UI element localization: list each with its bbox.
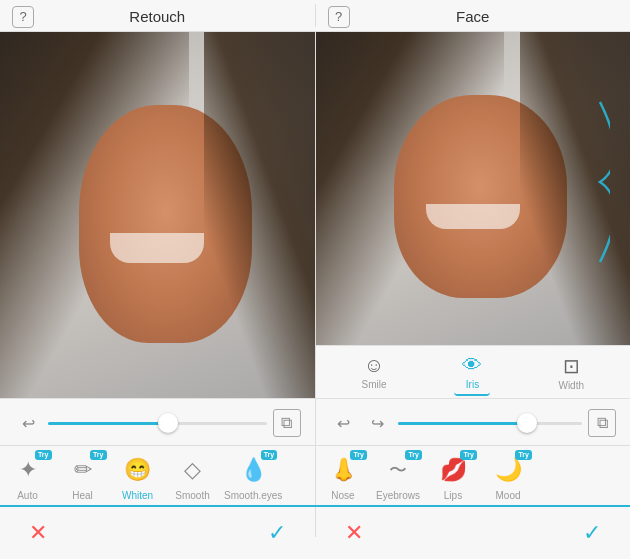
right-panel-header: ? Face [316, 0, 631, 31]
tool-smooth[interactable]: ◇ Smooth [165, 446, 220, 505]
tool-nose-icon-wrap: 👃 Try [325, 452, 361, 488]
right-slider-track[interactable] [398, 422, 583, 425]
mood-try-badge: Try [515, 450, 532, 460]
left-panel-title: Retouch [129, 8, 185, 25]
left-toolbar-panel: ✦ Try Auto ✏ Try Heal 😁 Whiten [0, 446, 315, 505]
right-slider-row: ↩ ↪ ⧉ [324, 405, 623, 441]
tool-heal-label: Heal [72, 490, 93, 501]
left-cancel-button[interactable]: ✕ [20, 515, 56, 551]
right-redo-button[interactable]: ↪ [364, 409, 392, 437]
tool-heal-icon-wrap: ✏ Try [65, 452, 101, 488]
nose-try-badge: Try [350, 450, 367, 460]
tool-smooth-eyes[interactable]: 💧 Try Smooth.eyes [220, 446, 286, 505]
left-panel-header: ? Retouch [0, 0, 315, 31]
teeth [110, 233, 204, 262]
right-face-tools: ☺ Smile 👁 Iris ⊡ Width [316, 345, 631, 398]
auto-icon: ✦ [19, 457, 37, 483]
tool-auto-label: Auto [17, 490, 38, 501]
width-icon: ⊡ [563, 354, 580, 378]
left-confirm-button[interactable]: ✓ [259, 515, 295, 551]
left-slider-thumb[interactable] [158, 413, 178, 433]
right-undo-button[interactable]: ↩ [330, 409, 358, 437]
face-tool-iris-label: Iris [466, 379, 479, 390]
tool-nose[interactable]: 👃 Try Nose [316, 446, 371, 505]
right-panel-title: Face [456, 8, 489, 25]
smooth-eyes-try-badge: Try [261, 450, 278, 460]
left-undo-button[interactable]: ↩ [14, 409, 42, 437]
tool-nose-label: Nose [331, 490, 354, 501]
right-slider-fill [398, 422, 527, 425]
face-tool-width-label: Width [558, 380, 584, 391]
tool-mood-icon-wrap: 🌙 Try [490, 452, 526, 488]
tool-auto[interactable]: ✦ Try Auto [0, 446, 55, 505]
mood-icon: 🌙 [495, 457, 522, 483]
auto-try-badge: Try [35, 450, 52, 460]
right-panel: ☺ Smile 👁 Iris ⊡ Width ↩ ↪ ⧉ [316, 32, 631, 505]
smooth-icon: ◇ [184, 457, 201, 483]
right-toolbar-panel: 👃 Try Nose 〜 Try Eyebrows 💋 Try [316, 446, 631, 505]
right-photo-area [316, 32, 631, 345]
left-slider-row: ↩ ⧉ [8, 405, 307, 441]
tool-smooth-eyes-icon-wrap: 💧 Try [235, 452, 271, 488]
smile-icon: ☺ [364, 354, 384, 377]
right-teeth [426, 204, 520, 229]
face-tool-iris[interactable]: 👁 Iris [454, 350, 490, 396]
tool-smooth-eyes-label: Smooth.eyes [224, 490, 282, 501]
eyebrows-icon: 〜 [389, 458, 407, 482]
smooth-eyes-icon: 💧 [240, 457, 267, 483]
tool-whiten-label: Whiten [122, 490, 153, 501]
tool-lips[interactable]: 💋 Try Lips [426, 446, 481, 505]
left-controls: ↩ ⧉ [0, 398, 315, 445]
left-panel: ↩ ⧉ ✦ Try Auto ✏ [0, 32, 316, 505]
left-slider-track[interactable] [48, 422, 267, 425]
iris-icon: 👁 [462, 354, 482, 377]
nose-icon: 👃 [330, 457, 357, 483]
left-slider-fill [48, 422, 168, 425]
right-slider-thumb[interactable] [517, 413, 537, 433]
right-help-button[interactable]: ? [328, 6, 350, 28]
left-action-panel: ✕ ✓ [0, 507, 315, 559]
tool-eyebrows-label: Eyebrows [376, 490, 420, 501]
face-tool-smile[interactable]: ☺ Smile [353, 350, 394, 396]
hair-right [204, 32, 314, 398]
lips-try-badge: Try [460, 450, 477, 460]
tool-lips-label: Lips [444, 490, 462, 501]
right-bottom-toolbar: 👃 Try Nose 〜 Try Eyebrows 💋 Try [316, 445, 631, 505]
right-action-panel: ✕ ✓ [316, 507, 631, 559]
heal-try-badge: Try [90, 450, 107, 460]
tool-smooth-icon-wrap: ◇ [175, 452, 211, 488]
tool-lips-icon-wrap: 💋 Try [435, 452, 471, 488]
tool-heal[interactable]: ✏ Try Heal [55, 446, 110, 505]
tool-mood[interactable]: 🌙 Try Mood [481, 446, 536, 505]
left-bottom-toolbar: ✦ Try Auto ✏ Try Heal 😁 Whiten [0, 445, 315, 505]
right-copy-button[interactable]: ⧉ [588, 409, 616, 437]
heal-icon: ✏ [74, 457, 92, 483]
face-tool-smile-label: Smile [361, 379, 386, 390]
whiten-icon: 😁 [124, 457, 151, 483]
tool-whiten[interactable]: 😁 Whiten [110, 446, 165, 505]
tool-auto-icon-wrap: ✦ Try [10, 452, 46, 488]
right-controls: ↩ ↪ ⧉ [316, 398, 631, 445]
tool-eyebrows-icon-wrap: 〜 Try [380, 452, 416, 488]
lips-icon: 💋 [440, 457, 467, 483]
action-bar: ✕ ✓ ✕ ✓ [0, 505, 630, 559]
right-hair-right [520, 32, 630, 345]
right-cancel-button[interactable]: ✕ [336, 515, 372, 551]
face-tool-width[interactable]: ⊡ Width [550, 350, 592, 396]
right-photo-bg [316, 32, 631, 345]
header-bar: ? Retouch ? Face [0, 0, 630, 32]
main-content: ↩ ⧉ ✦ Try Auto ✏ [0, 32, 630, 505]
left-copy-button[interactable]: ⧉ [273, 409, 301, 437]
tool-mood-label: Mood [495, 490, 520, 501]
tool-eyebrows[interactable]: 〜 Try Eyebrows [371, 446, 426, 505]
right-confirm-button[interactable]: ✓ [574, 515, 610, 551]
left-photo-area [0, 32, 315, 398]
tool-whiten-icon-wrap: 😁 [120, 452, 156, 488]
eyebrows-try-badge: Try [405, 450, 422, 460]
tool-smooth-label: Smooth [175, 490, 209, 501]
left-photo-bg [0, 32, 315, 398]
left-help-button[interactable]: ? [12, 6, 34, 28]
